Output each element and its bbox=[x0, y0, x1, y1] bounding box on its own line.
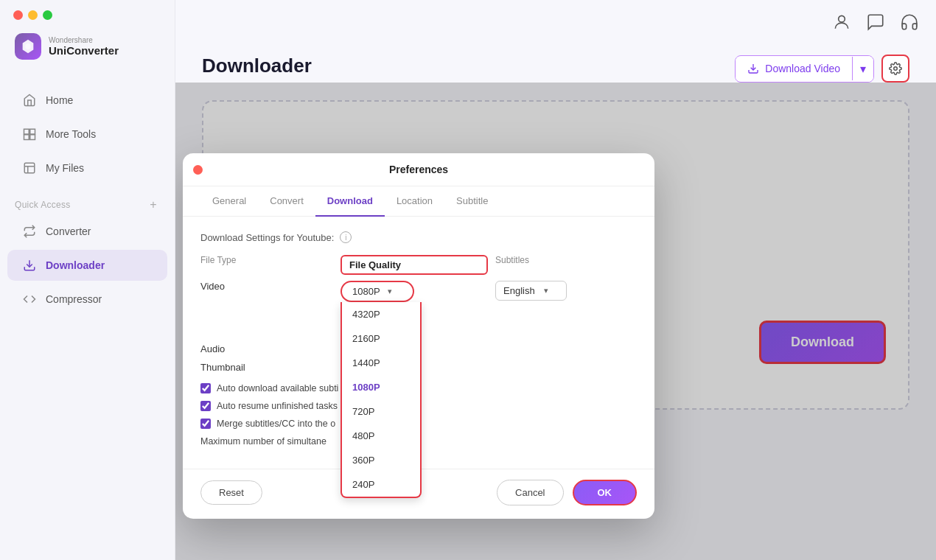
logo-name: UniConverter bbox=[49, 44, 119, 57]
sidebar-item-home-label: Home bbox=[46, 94, 73, 106]
sidebar-item-home[interactable]: Home bbox=[7, 85, 167, 116]
merge-subtitles-checkbox[interactable] bbox=[200, 419, 211, 429]
tools-icon bbox=[22, 127, 37, 141]
quality-dropdown-list: 4320P 2160P 1440P 1080P 720P 480P 360P 2… bbox=[340, 302, 422, 498]
sidebar-nav: Home More Tools My Files Quick Access + bbox=[0, 76, 175, 560]
logo-icon bbox=[15, 33, 41, 60]
quality-option-4320p[interactable]: 4320P bbox=[342, 302, 420, 326]
auto-subtitle-label: Auto download available subti bbox=[217, 383, 338, 393]
page-title: Downloader bbox=[202, 55, 312, 77]
topbar-icons bbox=[175, 0, 936, 34]
preferences-modal: Preferences General Convert Download Loc… bbox=[183, 153, 654, 519]
reset-button[interactable]: Reset bbox=[200, 480, 262, 505]
downloader-icon bbox=[22, 258, 37, 273]
modal-overlay: Preferences General Convert Download Loc… bbox=[175, 83, 936, 560]
sidebar-item-converter[interactable]: Converter bbox=[7, 216, 167, 247]
sidebar-item-compressor[interactable]: Compressor bbox=[7, 284, 167, 315]
svg-rect-0 bbox=[24, 129, 29, 134]
footer-right-btns: Cancel OK bbox=[497, 480, 637, 505]
audio-type-label: Audio bbox=[200, 343, 333, 354]
subtitle-arrow: ▾ bbox=[544, 286, 548, 295]
main-area: Downloader Download Video ▾ bbox=[175, 0, 936, 560]
svg-rect-1 bbox=[30, 129, 35, 134]
download-video-arrow[interactable]: ▾ bbox=[853, 56, 873, 82]
headset-icon[interactable] bbox=[898, 10, 921, 34]
window-controls bbox=[0, 0, 175, 20]
modal-close-btn[interactable] bbox=[193, 165, 203, 175]
sidebar-item-more-tools-label: More Tools bbox=[46, 128, 96, 140]
sidebar-item-more-tools[interactable]: More Tools bbox=[7, 119, 167, 150]
quick-access-add-btn[interactable]: + bbox=[147, 198, 160, 211]
sidebar-item-downloader-label: Downloader bbox=[46, 259, 105, 271]
quality-option-720p[interactable]: 720P bbox=[342, 399, 420, 424]
quality-option-2160p[interactable]: 2160P bbox=[342, 326, 420, 351]
quality-option-480p[interactable]: 480P bbox=[342, 424, 420, 448]
logo-brand: Wondershare bbox=[49, 36, 119, 44]
download-video-btn[interactable]: Download Video ▾ bbox=[735, 55, 874, 83]
download-video-main[interactable]: Download Video bbox=[736, 57, 853, 80]
max-simultaneous-label: Maximum number of simultane bbox=[200, 436, 326, 447]
svg-point-10 bbox=[894, 67, 898, 71]
sidebar-item-converter-label: Converter bbox=[46, 225, 91, 237]
settings-button[interactable] bbox=[881, 55, 909, 83]
auto-subtitle-checkbox[interactable] bbox=[200, 383, 211, 393]
svg-point-8 bbox=[839, 15, 845, 22]
video-row: Video 1080P ▾ 4320P 2160P 1440P bbox=[200, 281, 637, 302]
cancel-button[interactable]: Cancel bbox=[497, 480, 563, 505]
sidebar-item-compressor-label: Compressor bbox=[46, 293, 102, 305]
quick-access-header: Quick Access + bbox=[0, 191, 175, 214]
modal-body: Download Settings for Youtube: i File Ty… bbox=[183, 217, 654, 469]
close-button[interactable] bbox=[13, 10, 23, 20]
quality-option-360p[interactable]: 360P bbox=[342, 448, 420, 472]
tab-download[interactable]: Download bbox=[315, 186, 385, 217]
chat-icon[interactable] bbox=[864, 10, 887, 34]
converter-icon bbox=[22, 224, 37, 239]
quality-option-1080p[interactable]: 1080P bbox=[342, 375, 420, 399]
download-video-label: Download Video bbox=[765, 63, 840, 74]
quality-select-display[interactable]: 1080P ▾ bbox=[340, 281, 414, 302]
col-subtitles: Subtitles bbox=[495, 255, 637, 275]
modal-titlebar: Preferences bbox=[183, 153, 654, 186]
sidebar-item-my-files[interactable]: My Files bbox=[7, 153, 167, 183]
svg-rect-3 bbox=[30, 135, 35, 140]
sidebar-item-downloader[interactable]: Downloader bbox=[7, 250, 167, 281]
main-header: Downloader Download Video ▾ bbox=[175, 34, 936, 83]
sidebar: Wondershare UniConverter Home More Tools bbox=[0, 0, 175, 560]
tab-general[interactable]: General bbox=[200, 186, 258, 217]
thumbnail-type-label: Thumbnail bbox=[200, 362, 333, 373]
main-content: 75 ✕ Download eo, audio, or thumbnail fi… bbox=[175, 83, 936, 560]
files-icon bbox=[22, 161, 37, 175]
quick-access-label: Quick Access bbox=[15, 200, 71, 210]
col-file-quality: File Quality bbox=[340, 255, 488, 275]
modal-tabs: General Convert Download Location Subtit… bbox=[183, 186, 654, 217]
quality-dropdown[interactable]: 1080P ▾ 4320P 2160P 1440P 1080P 720P 480… bbox=[340, 281, 488, 302]
modal-title: Preferences bbox=[389, 164, 448, 175]
quality-option-1440p[interactable]: 1440P bbox=[342, 351, 420, 375]
minimize-button[interactable] bbox=[28, 10, 38, 20]
home-icon bbox=[22, 93, 37, 108]
quality-option-240p[interactable]: 240P bbox=[342, 472, 420, 497]
tab-location[interactable]: Location bbox=[385, 186, 444, 217]
column-headers: File Type File Quality Subtitles bbox=[200, 255, 637, 275]
maximize-button[interactable] bbox=[43, 10, 52, 20]
merge-subtitles-label: Merge subtitles/CC into the o bbox=[217, 419, 335, 429]
subtitle-select-display[interactable]: English ▾ bbox=[495, 281, 567, 301]
info-icon[interactable]: i bbox=[340, 231, 352, 243]
avatar-icon[interactable] bbox=[830, 10, 853, 34]
col-file-type: File Type bbox=[200, 255, 333, 275]
quality-dropdown-arrow: ▾ bbox=[388, 287, 392, 296]
header-actions: Download Video ▾ bbox=[735, 55, 909, 83]
video-type-label: Video bbox=[200, 281, 333, 292]
svg-rect-4 bbox=[24, 163, 35, 173]
app-logo: Wondershare UniConverter bbox=[0, 20, 175, 76]
tab-convert[interactable]: Convert bbox=[258, 186, 315, 217]
auto-resume-checkbox[interactable] bbox=[200, 401, 211, 411]
logo-text: Wondershare UniConverter bbox=[49, 36, 119, 57]
logo-svg bbox=[20, 38, 36, 55]
auto-resume-label: Auto resume unfinished tasks bbox=[217, 401, 338, 411]
ok-button[interactable]: OK bbox=[573, 480, 638, 505]
section-title: Download Settings for Youtube: i bbox=[200, 231, 637, 243]
subtitle-dropdown-container[interactable]: English ▾ bbox=[495, 281, 637, 301]
tab-subtitle[interactable]: Subtitle bbox=[444, 186, 500, 217]
svg-rect-2 bbox=[24, 135, 29, 140]
